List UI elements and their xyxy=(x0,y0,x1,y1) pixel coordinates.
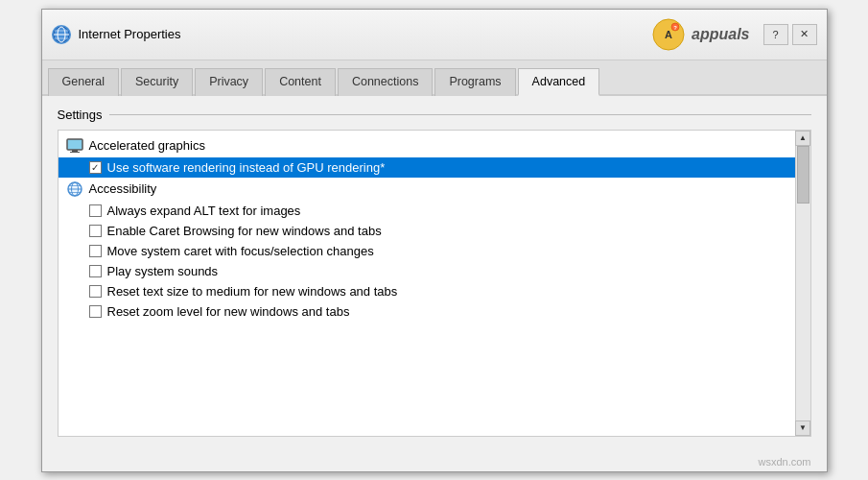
watermark: wsxdn.com xyxy=(42,452,827,471)
window-title: Internet Properties xyxy=(79,27,181,41)
checkbox-software-rendering[interactable] xyxy=(89,161,102,174)
globe-icon xyxy=(66,180,83,198)
tab-programs[interactable]: Programs xyxy=(434,68,515,96)
svg-rect-11 xyxy=(70,152,80,153)
title-bar-buttons: A ? appuals ? ✕ xyxy=(651,17,816,52)
setting-reset-text-size[interactable]: Reset text size to medium for new window… xyxy=(59,281,795,301)
setting-system-sounds[interactable]: Play system sounds xyxy=(59,261,795,281)
category-accelerated-graphics-label: Accelerated graphics xyxy=(89,138,205,153)
checkbox-system-caret[interactable] xyxy=(89,245,102,257)
setting-system-caret[interactable]: Move system caret with focus/selection c… xyxy=(59,241,795,261)
scroll-track[interactable] xyxy=(796,146,810,420)
tab-content[interactable]: Content xyxy=(265,68,336,96)
checkbox-system-sounds[interactable] xyxy=(89,265,102,277)
setting-reset-zoom-label: Reset zoom level for new windows and tab… xyxy=(107,304,350,319)
section-label: Settings xyxy=(58,108,811,122)
setting-reset-zoom[interactable]: Reset zoom level for new windows and tab… xyxy=(59,301,795,322)
title-bar-left: Internet Properties xyxy=(52,25,181,44)
category-accelerated-graphics: Accelerated graphics xyxy=(59,134,795,157)
category-accessibility-label: Accessibility xyxy=(89,181,157,196)
title-bar: Internet Properties A ? appuals ? ✕ xyxy=(42,10,827,60)
appuals-text: appuals xyxy=(692,26,749,43)
tab-privacy[interactable]: Privacy xyxy=(195,68,263,96)
svg-text:A: A xyxy=(665,29,672,40)
help-button[interactable]: ? xyxy=(763,24,788,45)
setting-caret-browsing-label: Enable Caret Browsing for new windows an… xyxy=(107,224,382,238)
ie-icon xyxy=(52,25,71,44)
svg-rect-10 xyxy=(72,150,78,152)
close-button[interactable]: ✕ xyxy=(792,24,817,45)
content-area: Settings Accelerated graphics xyxy=(42,96,827,452)
settings-list: Accelerated graphics Use software render… xyxy=(59,131,795,436)
settings-box: Accelerated graphics Use software render… xyxy=(58,130,811,437)
category-accessibility: Accessibility xyxy=(59,178,795,201)
setting-reset-text-size-label: Reset text size to medium for new window… xyxy=(107,284,398,299)
scroll-thumb[interactable] xyxy=(797,146,809,204)
scroll-down-button[interactable]: ▼ xyxy=(795,420,810,436)
checkbox-alt-text[interactable] xyxy=(89,204,102,217)
dialog-window: Internet Properties A ? appuals ? ✕ Gene xyxy=(41,9,828,472)
tab-advanced[interactable]: Advanced xyxy=(518,68,600,96)
setting-caret-browsing[interactable]: Enable Caret Browsing for new windows an… xyxy=(59,221,795,241)
tabs-bar: General Security Privacy Content Connect… xyxy=(42,60,827,96)
tab-general[interactable]: General xyxy=(48,68,119,96)
checkbox-reset-zoom[interactable] xyxy=(89,305,102,318)
svg-text:?: ? xyxy=(673,25,677,31)
tab-connections[interactable]: Connections xyxy=(338,68,434,96)
setting-system-sounds-label: Play system sounds xyxy=(107,264,219,278)
tab-security[interactable]: Security xyxy=(121,68,193,96)
appuals-logo-icon: A ? xyxy=(651,17,686,52)
setting-alt-text-label: Always expand ALT text for images xyxy=(107,204,301,218)
scrollbar: ▲ ▼ xyxy=(795,131,810,436)
svg-rect-9 xyxy=(67,139,82,150)
setting-system-caret-label: Move system caret with focus/selection c… xyxy=(107,244,374,258)
checkbox-reset-text-size[interactable] xyxy=(89,285,102,298)
setting-software-rendering[interactable]: Use software rendering instead of GPU re… xyxy=(59,157,795,178)
scroll-up-button[interactable]: ▲ xyxy=(795,131,810,146)
monitor-icon xyxy=(66,137,83,155)
setting-alt-text[interactable]: Always expand ALT text for images xyxy=(59,201,795,221)
setting-software-rendering-label: Use software rendering instead of GPU re… xyxy=(107,160,386,175)
checkbox-caret-browsing[interactable] xyxy=(89,225,102,237)
